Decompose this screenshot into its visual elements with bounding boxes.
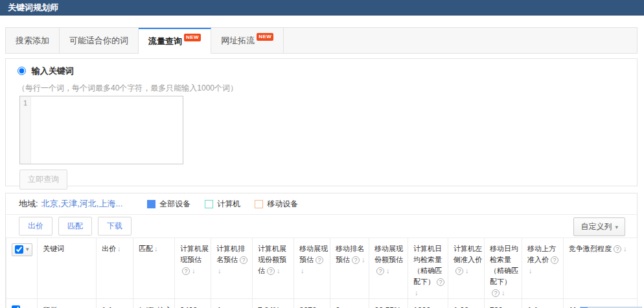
row-checkbox[interactable]: [12, 305, 20, 308]
keyword-textarea[interactable]: 1: [19, 96, 183, 164]
chevron-down-icon: ▾: [615, 224, 618, 230]
column-header: 匹配↓: [133, 238, 175, 299]
mobile-swatch-icon: [255, 200, 263, 208]
enter-keywords-label: 输入关键词: [32, 66, 74, 76]
legend-label: 全部设备: [159, 199, 190, 210]
bid-button[interactable]: 出价: [19, 217, 52, 236]
legend-mobile[interactable]: 移动设备: [255, 199, 298, 210]
column-label: 竞争激烈程度: [569, 245, 612, 252]
sort-icon[interactable]: ↓: [362, 256, 365, 263]
help-icon[interactable]: ?: [316, 256, 323, 264]
column-header: 计算机展现份额预估?↓: [253, 238, 294, 299]
tab-traffic-query[interactable]: 流量查询NEW: [139, 28, 211, 54]
chevron-down-icon: ▾: [26, 245, 29, 254]
help-icon[interactable]: ?: [551, 256, 558, 264]
column-header: 移动日均检索量（精确匹配下）?↓: [485, 238, 522, 299]
match-button[interactable]: 匹配: [58, 217, 92, 236]
column-label: 移动展现预估: [299, 245, 328, 263]
table-cell: 短语-核心包含: [133, 299, 175, 308]
sort-icon[interactable]: ↓: [192, 267, 196, 274]
column-header: 移动展现份额预估?↓: [369, 238, 408, 299]
column-header: 出价↓: [97, 238, 133, 299]
select-all-checkbox[interactable]: [15, 245, 23, 254]
select-all-cell: ▾: [6, 238, 38, 299]
row-select-cell: [6, 299, 38, 308]
table-cell: 1.1: [522, 299, 564, 308]
line-number: 1: [20, 96, 31, 164]
keyword-query-panel: 输入关键词 （每行一个词，每个词最多40个字符，最多只能输入1000个词） 1 …: [5, 58, 638, 186]
sort-icon[interactable]: ↓: [277, 267, 281, 274]
table-header-row: ▾ 关键词出价↓匹配↓计算机展现预估?↓计算机排名预估?↓计算机展现份额预估?↓…: [6, 238, 638, 299]
help-icon[interactable]: ?: [614, 245, 621, 253]
sort-icon[interactable]: ↓: [386, 267, 390, 274]
input-hint: （每行一个词，每个词最多40个字符，最多只能输入1000个词）: [17, 83, 637, 94]
customize-columns-button[interactable]: 自定义列▾: [573, 217, 625, 236]
legend-computer[interactable]: 计算机: [205, 199, 240, 210]
table-cell: 1.1: [97, 299, 133, 308]
results-panel: 地域: 北京,天津,河北,上海... 全部设备 计算机 移动设备 出价 匹配 下…: [5, 193, 638, 308]
legend-label: 移动设备: [267, 199, 298, 210]
region-label: 地域:: [19, 198, 38, 210]
help-icon[interactable]: ?: [182, 267, 190, 275]
table-toolbar: 出价 匹配 下载 自定义列▾: [6, 215, 637, 237]
customize-columns-label: 自定义列: [581, 222, 612, 231]
table-cell: 730: [485, 299, 522, 308]
column-header: 计算机日均检索量（精确匹配下）?↓: [408, 238, 448, 299]
sort-icon[interactable]: ↓: [154, 245, 158, 252]
table-row: 留学1.1短语-核心包含340847.84%8078222.55%19001.0…: [6, 299, 638, 308]
column-label: 移动日均检索量（精确匹配下）: [490, 245, 518, 285]
tab-search-add[interactable]: 搜索添加: [6, 28, 60, 53]
region-row: 地域: 北京,天津,河北,上海... 全部设备 计算机 移动设备: [6, 193, 637, 215]
table-cell: 1900: [408, 299, 448, 308]
enter-keywords-radio[interactable]: [17, 67, 26, 75]
keywords-table: ▾ 关键词出价↓匹配↓计算机展现预估?↓计算机排名预估?↓计算机展现份额预估?↓…: [6, 237, 638, 308]
region-link[interactable]: 北京,天津,河北,上海...: [41, 198, 123, 210]
new-badge: NEW: [184, 34, 201, 41]
table-cell: 8078: [294, 299, 330, 308]
table-cell: 留学: [38, 299, 97, 308]
column-header: 移动展现预估?↓: [294, 238, 330, 299]
help-icon[interactable]: ?: [455, 267, 463, 275]
column-header: 竞争激烈程度?↓: [564, 238, 638, 299]
column-header: 计算机左侧准入价?↓: [448, 238, 485, 299]
column-label: 移动展现份额预估: [374, 245, 403, 263]
help-icon[interactable]: ?: [376, 267, 384, 275]
column-header: 计算机展现预估?↓: [175, 238, 211, 299]
help-icon[interactable]: ?: [352, 256, 360, 264]
sort-icon[interactable]: ↓: [529, 267, 533, 274]
app-header: 关键词规划师: [0, 0, 644, 16]
select-all-dropdown[interactable]: ▾: [12, 243, 32, 256]
keyword-input-area[interactable]: [31, 96, 183, 164]
help-icon[interactable]: ?: [240, 256, 247, 264]
column-label: 匹配: [139, 245, 153, 252]
table-cell: 4: [211, 299, 253, 308]
computer-swatch-icon: [205, 200, 213, 208]
sort-icon[interactable]: ↓: [623, 245, 627, 252]
sort-icon[interactable]: ↓: [415, 289, 419, 296]
tab-label: 流量查询: [148, 36, 182, 46]
tab-url-expand[interactable]: 网址拓流NEW: [211, 28, 284, 53]
sort-icon[interactable]: ↓: [218, 267, 222, 274]
sort-icon[interactable]: ↓: [301, 267, 305, 274]
help-icon[interactable]: ?: [437, 278, 444, 286]
help-icon[interactable]: ?: [267, 267, 275, 275]
competition-cell: 11: [564, 299, 638, 308]
column-label: 出价: [102, 245, 116, 252]
column-header: 关键词: [38, 238, 97, 299]
page-title: 关键词规划师: [8, 3, 58, 12]
column-label: 移动排名预估: [336, 245, 364, 263]
all-devices-swatch-icon: [147, 200, 155, 208]
column-header: 移动排名预估?↓: [330, 238, 369, 299]
table-cell: 1.08: [448, 299, 485, 308]
sort-icon[interactable]: ↓: [501, 289, 505, 296]
download-button[interactable]: 下载: [98, 217, 132, 236]
tab-suggested-words[interactable]: 可能适合你的词: [60, 28, 139, 53]
tab-bar: 搜索添加 可能适合你的词 流量查询NEW 网址拓流NEW: [5, 27, 638, 54]
legend-all-devices[interactable]: 全部设备: [147, 199, 190, 210]
column-header: 移动上方准入价?↓: [522, 238, 564, 299]
column-header: 计算机排名预估?↓: [211, 238, 253, 299]
query-now-button[interactable]: 立即查询: [19, 170, 67, 190]
sort-icon[interactable]: ↓: [465, 267, 469, 274]
help-icon[interactable]: ?: [492, 289, 500, 297]
sort-icon[interactable]: ↓: [117, 245, 121, 252]
